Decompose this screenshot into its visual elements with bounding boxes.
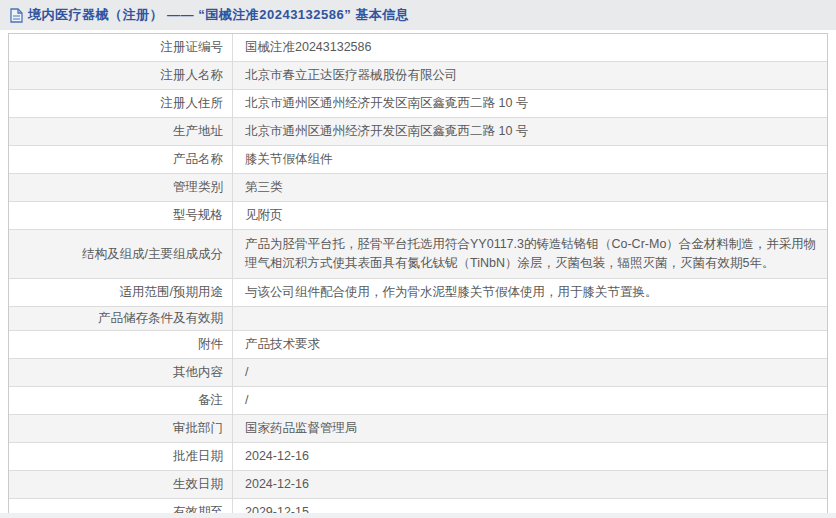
row-value: 北京市春立正达医疗器械股份有限公司 xyxy=(233,62,827,89)
row-label: 生效日期 xyxy=(9,471,233,498)
row-label: 型号规格 xyxy=(9,202,233,229)
row-label: 备注 xyxy=(9,387,233,414)
row-value: 第三类 xyxy=(233,174,827,201)
row-label: 其他内容 xyxy=(9,359,233,386)
table-row-intended-use: 适用范围/预期用途 与该公司组件配合使用，作为骨水泥型膝关节假体使用，用于膝关节… xyxy=(9,278,827,306)
row-label: 结构及组成/主要组成成分 xyxy=(9,230,233,278)
row-label: 适用范围/预期用途 xyxy=(9,279,233,306)
page-footer-strip xyxy=(0,513,836,518)
row-label: 注册证编号 xyxy=(9,34,233,61)
table-row-storage-validity: 产品储存条件及有效期 xyxy=(9,306,827,330)
row-label: 附件 xyxy=(9,331,233,358)
row-label: 管理类别 xyxy=(9,174,233,201)
table-row-effective-date: 生效日期 2024-12-16 xyxy=(9,470,827,498)
row-label: 批准日期 xyxy=(9,443,233,470)
table-row-other-content: 其他内容 / xyxy=(9,358,827,386)
row-label: 注册人住所 xyxy=(9,90,233,117)
row-value: 见附页 xyxy=(233,202,827,229)
row-value: 与该公司组件配合使用，作为骨水泥型膝关节假体使用，用于膝关节置换。 xyxy=(233,279,827,306)
row-label: 审批部门 xyxy=(9,415,233,442)
row-label: 产品名称 xyxy=(9,146,233,173)
table-row-product-name: 产品名称 膝关节假体组件 xyxy=(9,145,827,173)
table-row-attachment: 附件 产品技术要求 xyxy=(9,330,827,358)
row-value: 国械注准20243132586 xyxy=(233,34,827,61)
row-label: 生产地址 xyxy=(9,118,233,145)
table-row-management-class: 管理类别 第三类 xyxy=(9,173,827,201)
table-row-structure-composition: 结构及组成/主要组成成分 产品为胫骨平台托，胫骨平台托选用符合YY0117.3的… xyxy=(9,229,827,278)
table-row-registrant-name: 注册人名称 北京市春立正达医疗器械股份有限公司 xyxy=(9,61,827,89)
page-title: 境内医疗器械（注册） —— “国械注准20243132586” 基本信息 xyxy=(28,6,409,24)
row-value: 北京市通州区通州经济开发区南区鑫覔西二路 10 号 xyxy=(233,90,827,117)
table-row-approval-department: 审批部门 国家药品监督管理局 xyxy=(9,414,827,442)
row-value: 2024-12-16 xyxy=(233,443,827,470)
row-value: 国家药品监督管理局 xyxy=(233,415,827,442)
table-row-approval-date: 批准日期 2024-12-16 xyxy=(9,442,827,470)
row-value: 产品技术要求 xyxy=(233,331,827,358)
row-value: 产品为胫骨平台托，胫骨平台托选用符合YY0117.3的铸造钴铬钼（Co-Cr-M… xyxy=(233,230,827,278)
row-value: 北京市通州区通州经济开发区南区鑫覔西二路 10 号 xyxy=(233,118,827,145)
document-icon xyxy=(10,8,23,23)
row-value xyxy=(233,307,827,330)
table-row-production-address: 生产地址 北京市通州区通州经济开发区南区鑫覔西二路 10 号 xyxy=(9,117,827,145)
row-label: 产品储存条件及有效期 xyxy=(9,307,233,330)
table-row-registrant-address: 注册人住所 北京市通州区通州经济开发区南区鑫覔西二路 10 号 xyxy=(9,89,827,117)
row-value: 2024-12-16 xyxy=(233,471,827,498)
row-value: / xyxy=(233,387,827,414)
table-row-reg-number: 注册证编号 国械注准20243132586 xyxy=(9,34,827,61)
registration-info-table: 注册证编号 国械注准20243132586 注册人名称 北京市春立正达医疗器械股… xyxy=(8,33,828,518)
page-header: 境内医疗器械（注册） —— “国械注准20243132586” 基本信息 xyxy=(0,0,836,30)
row-label: 注册人名称 xyxy=(9,62,233,89)
row-value: / xyxy=(233,359,827,386)
table-row-model-spec: 型号规格 见附页 xyxy=(9,201,827,229)
row-value: 膝关节假体组件 xyxy=(233,146,827,173)
table-row-remarks: 备注 / xyxy=(9,386,827,414)
